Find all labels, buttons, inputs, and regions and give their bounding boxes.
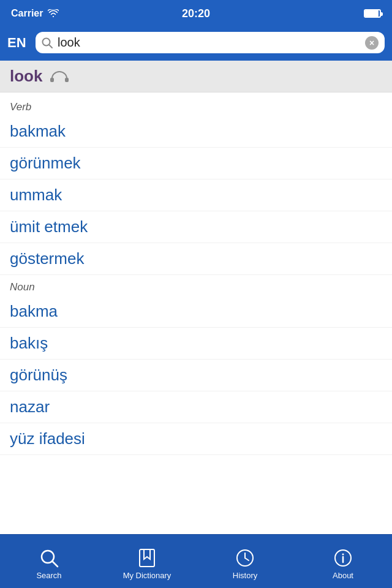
svg-rect-6 <box>140 549 154 567</box>
tab-about[interactable]: About <box>294 535 392 588</box>
list-item[interactable]: görünüş <box>0 360 392 391</box>
book-tab-icon <box>137 548 157 568</box>
search-wrapper: × <box>36 32 385 53</box>
svg-line-1 <box>49 45 52 48</box>
search-bar: EN × <box>0 27 392 61</box>
svg-rect-3 <box>65 78 69 82</box>
svg-line-5 <box>52 561 58 567</box>
clear-button[interactable]: × <box>365 36 379 50</box>
noun-pos-label: Noun <box>0 275 392 296</box>
tab-my-dictionary[interactable]: My Dictionary <box>98 535 196 588</box>
content-area: Verb bakmak görünmek ummak ümit etmek gö… <box>0 92 392 530</box>
list-item[interactable]: ummak <box>0 179 392 211</box>
word-header: look <box>0 61 392 92</box>
clock-tab-icon <box>235 548 255 568</box>
audio-button[interactable] <box>50 70 69 83</box>
search-tab-icon <box>39 548 59 568</box>
status-bar: Carrier 20:20 <box>0 0 392 27</box>
status-right <box>364 9 381 18</box>
status-time: 20:20 <box>182 7 210 20</box>
list-item[interactable]: bakmak <box>0 116 392 148</box>
list-item[interactable]: ümit etmek <box>0 211 392 243</box>
list-item[interactable]: nazar <box>0 391 392 423</box>
info-tab-icon <box>333 548 353 568</box>
tab-search[interactable]: Search <box>0 535 98 588</box>
list-item[interactable]: yüz ifadesi <box>0 423 392 455</box>
list-item[interactable]: bakma <box>0 296 392 328</box>
my-dictionary-tab-label: My Dictionary <box>123 571 172 580</box>
wifi-icon <box>48 9 59 18</box>
battery-icon <box>364 9 381 18</box>
word-title: look <box>10 67 42 86</box>
svg-rect-2 <box>50 78 54 82</box>
svg-point-12 <box>342 554 344 556</box>
verb-pos-label: Verb <box>0 95 392 116</box>
carrier-label: Carrier <box>11 8 43 19</box>
headphones-icon <box>50 70 69 83</box>
status-left: Carrier <box>11 8 59 19</box>
search-icon <box>42 37 53 48</box>
svg-line-9 <box>245 558 249 560</box>
tab-history[interactable]: History <box>196 535 294 588</box>
search-input[interactable] <box>58 36 360 50</box>
about-tab-label: About <box>333 571 353 580</box>
search-tab-label: Search <box>36 571 61 580</box>
list-item[interactable]: göstermek <box>0 243 392 275</box>
list-item[interactable]: bakış <box>0 328 392 360</box>
history-tab-label: History <box>233 571 257 580</box>
language-label: EN <box>7 35 29 51</box>
tab-bar: Search My Dictionary History <box>0 534 392 588</box>
list-item[interactable]: görünmek <box>0 148 392 179</box>
